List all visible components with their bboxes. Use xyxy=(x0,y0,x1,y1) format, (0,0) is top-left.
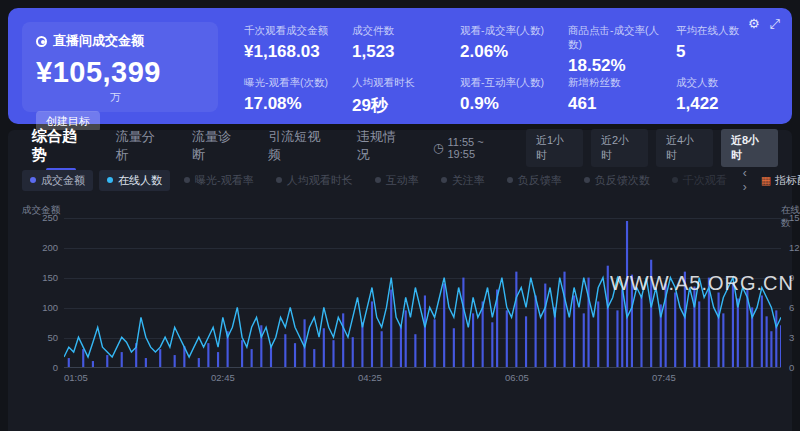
tab-short-video[interactable]: 引流短视频 xyxy=(268,128,331,168)
right-axis-ticks: 1512 96 30 xyxy=(785,214,800,372)
settings-gear-icon[interactable]: ⚙ xyxy=(748,16,760,32)
metric-value: 461 xyxy=(568,94,666,114)
metric-label: 观看-互动率(人数) xyxy=(460,76,558,90)
config-grid-icon: ▦ xyxy=(761,174,771,187)
x-axis-labels: 01:05 02:45 04:25 06:05 07:45 xyxy=(64,372,781,386)
time-range-display: ◷ 11:55 ~ 19:55 xyxy=(433,136,510,160)
range-button-4h[interactable]: 近4小时 xyxy=(656,129,713,167)
target-icon xyxy=(36,36,47,47)
chart-series-svg xyxy=(64,218,781,367)
metric-label: 观看-成交率(人数) xyxy=(460,24,558,38)
chip-follow-rate[interactable]: 关注率 xyxy=(433,170,493,191)
chip-pager-arrows[interactable]: ‹ › xyxy=(743,168,753,192)
chart-column: 成交金额 在线人数 曝光-观看率 人均观看时长 互动率 关注率 负反馈率 负反馈… xyxy=(8,164,800,431)
tab-overall-trend[interactable]: 综合趋势 xyxy=(32,127,90,169)
chip-per-thousand-views[interactable]: 千次观看 xyxy=(664,170,735,191)
series-dot xyxy=(441,177,447,183)
metric-label: 新增粉丝数 xyxy=(568,76,666,90)
metric-value: 29秒 xyxy=(352,94,450,117)
primary-metric-unit: 万 xyxy=(110,90,204,105)
series-dot xyxy=(375,177,381,183)
series-dot xyxy=(507,177,513,183)
metric-value: 1,523 xyxy=(352,42,450,62)
series-dot xyxy=(276,177,282,183)
chip-avg-watch-time[interactable]: 人均观看时长 xyxy=(268,170,361,191)
metric-label: 千次观看成交金额 xyxy=(244,24,342,38)
series-dot-gmv xyxy=(30,177,36,183)
range-button-8h[interactable]: 近8小时 xyxy=(721,129,778,167)
metric-label: 人均观看时长 xyxy=(352,76,450,90)
primary-metric-card: 直播间成交金额 ¥105,399 万 创建目标 xyxy=(22,22,218,112)
chart-plot-area[interactable] xyxy=(64,218,781,368)
series-dot-online xyxy=(107,177,113,183)
metrics-banner: 直播间成交金额 ¥105,399 万 创建目标 千次观看成交金额¥1,168.0… xyxy=(8,8,792,124)
expand-icon[interactable]: ⤢ xyxy=(770,16,780,32)
metric-grid: 千次观看成交金额¥1,168.03 成交件数1,523 观看-成交率(人数)2.… xyxy=(218,22,774,112)
metric-value: ¥1,168.03 xyxy=(244,42,342,62)
primary-metric-label: 直播间成交金额 xyxy=(53,32,144,50)
series-dot xyxy=(584,177,590,183)
chip-exposure-view-rate[interactable]: 曝光-观看率 xyxy=(176,170,262,191)
chip-negative-feedback-rate[interactable]: 负反馈率 xyxy=(499,170,570,191)
metric-label: 成交人数 xyxy=(676,76,774,90)
chip-gmv[interactable]: 成交金额 xyxy=(22,170,93,191)
primary-metric-value: ¥105,399 xyxy=(36,56,204,89)
metric-label: 曝光-观看率(次数) xyxy=(244,76,342,90)
metric-value: 5 xyxy=(676,42,774,62)
metric-value: 17.08% xyxy=(244,94,342,114)
tab-violations[interactable]: 违规情况 xyxy=(357,128,407,168)
clock-icon: ◷ xyxy=(433,141,443,155)
main-section: 综合趋势 流量分析 流量诊断 引流短视频 违规情况 ◷ 11:55 ~ 19:5… xyxy=(8,130,792,431)
metric-chips: 成交金额 在线人数 曝光-观看率 人均观看时长 互动率 关注率 负反馈率 负反馈… xyxy=(18,168,800,192)
series-dot xyxy=(672,177,678,183)
tab-traffic-diagnosis[interactable]: 流量诊断 xyxy=(192,128,242,168)
metric-config-button[interactable]: ▦ 指标配置 xyxy=(761,173,800,188)
trend-chart: 成交金额 在线人数 250200 150100 500 1512 96 30 0… xyxy=(18,204,800,388)
metric-value: 2.06% xyxy=(460,42,558,62)
range-button-2h[interactable]: 近2小时 xyxy=(591,129,648,167)
left-axis-ticks: 250200 150100 500 xyxy=(18,214,58,372)
chip-interaction-rate[interactable]: 互动率 xyxy=(367,170,427,191)
chip-online-users[interactable]: 在线人数 xyxy=(99,170,170,191)
series-dot xyxy=(184,177,190,183)
range-button-1h[interactable]: 近1小时 xyxy=(526,129,583,167)
chip-negative-feedback-count[interactable]: 负反馈次数 xyxy=(576,170,658,191)
metric-value: 18.52% xyxy=(568,56,666,76)
metric-label: 商品点击-成交率(人数) xyxy=(568,24,666,52)
metric-value: 0.9% xyxy=(460,94,558,114)
section-tabbar: 综合趋势 流量分析 流量诊断 引流短视频 违规情况 ◷ 11:55 ~ 19:5… xyxy=(8,130,792,162)
tab-traffic-analysis[interactable]: 流量分析 xyxy=(116,128,166,168)
metric-label: 成交件数 xyxy=(352,24,450,38)
metric-value: 1,422 xyxy=(676,94,774,114)
